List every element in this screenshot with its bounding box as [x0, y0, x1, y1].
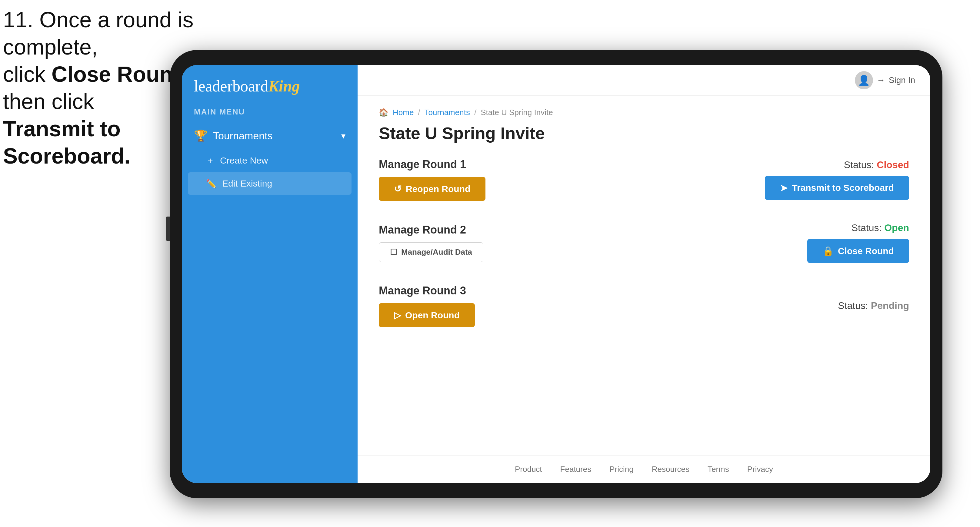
- footer: Product Features Pricing Resources Terms…: [358, 455, 930, 483]
- chevron-down-icon: ▾: [341, 131, 345, 141]
- instruction-line1: 11. Once a round is complete,: [3, 8, 193, 59]
- sidebar-item-edit-existing[interactable]: ✏️ Edit Existing: [188, 172, 352, 195]
- plus-icon: ＋: [206, 155, 215, 166]
- open-icon: ▷: [394, 310, 401, 321]
- sidebar-tournaments-label: Tournaments: [213, 130, 273, 142]
- instruction-line2: click Close Round then click: [3, 62, 186, 114]
- sign-in-text: Sign In: [889, 75, 915, 85]
- round-2-left: Manage Round 2 ☐ Manage/Audit Data: [379, 224, 483, 262]
- footer-resources[interactable]: Resources: [652, 465, 689, 474]
- round-2-status-value: Open: [884, 222, 909, 233]
- tablet-side-button: [166, 217, 170, 241]
- footer-terms[interactable]: Terms: [708, 465, 729, 474]
- breadcrumb-tournaments[interactable]: Tournaments: [425, 108, 470, 117]
- breadcrumb-sep1: /: [418, 108, 420, 117]
- page-title: State U Spring Invite: [379, 123, 909, 143]
- tablet-device: leaderboardKing MAIN MENU 🏆 Tournaments …: [170, 50, 942, 498]
- logo-leaderboard: leaderboard: [194, 78, 268, 95]
- round-1-title: Manage Round 1: [379, 158, 485, 171]
- round-1-right: Status: Closed ➤ Transmit to Scoreboard: [765, 159, 909, 200]
- round-3-right: Status: Pending: [838, 300, 909, 311]
- reopen-icon: ↺: [394, 184, 401, 194]
- round-2-title: Manage Round 2: [379, 224, 483, 236]
- close-round-button[interactable]: 🔒 Close Round: [807, 239, 909, 263]
- top-bar: 👤 → Sign In: [358, 65, 930, 96]
- sidebar: leaderboardKing MAIN MENU 🏆 Tournaments …: [182, 65, 358, 483]
- content-area: 🏠 Home / Tournaments / State U Spring In…: [358, 96, 930, 455]
- footer-pricing[interactable]: Pricing: [609, 465, 633, 474]
- manage-audit-label: Manage/Audit Data: [401, 248, 472, 257]
- sign-in-button[interactable]: 👤 → Sign In: [855, 71, 915, 89]
- round-1-section: Manage Round 1 ↺ Reopen Round Status: Cl…: [379, 158, 909, 210]
- round-1-status-value: Closed: [877, 159, 909, 170]
- tablet-screen: leaderboardKing MAIN MENU 🏆 Tournaments …: [182, 65, 930, 483]
- reopen-round-button[interactable]: ↺ Reopen Round: [379, 177, 485, 201]
- breadcrumb-sep2: /: [474, 108, 476, 117]
- breadcrumb-home[interactable]: Home: [393, 108, 414, 117]
- edit-existing-label: Edit Existing: [222, 178, 272, 189]
- audit-icon: ☐: [390, 248, 397, 257]
- transmit-scoreboard-button[interactable]: ➤ Transmit to Scoreboard: [765, 176, 909, 200]
- transmit-bold: Transmit to Scoreboard.: [3, 117, 130, 168]
- breadcrumb-icon: 🏠: [379, 108, 388, 117]
- edit-icon: ✏️: [206, 179, 217, 189]
- round-2-section: Manage Round 2 ☐ Manage/Audit Data Statu…: [379, 222, 909, 272]
- round-3-section: Manage Round 3 ▷ Open Round Status: Pend…: [379, 284, 909, 336]
- footer-privacy[interactable]: Privacy: [747, 465, 773, 474]
- open-round-button[interactable]: ▷ Open Round: [379, 303, 475, 327]
- sidebar-item-tournaments[interactable]: 🏆 Tournaments ▾: [182, 123, 358, 149]
- app-layout: leaderboardKing MAIN MENU 🏆 Tournaments …: [182, 65, 930, 483]
- close-round-label: Close Round: [838, 246, 894, 256]
- footer-product[interactable]: Product: [515, 465, 542, 474]
- main-content: 👤 → Sign In 🏠 Home / Tournaments / State: [358, 65, 930, 483]
- open-round-label: Open Round: [405, 310, 460, 321]
- round-3-left: Manage Round 3 ▷ Open Round: [379, 284, 475, 327]
- sidebar-item-create-new[interactable]: ＋ Create New: [182, 149, 358, 172]
- breadcrumb: 🏠 Home / Tournaments / State U Spring In…: [379, 108, 909, 117]
- round-1-status: Status: Closed: [844, 159, 909, 170]
- logo-king: King: [268, 78, 300, 95]
- sign-in-label: →: [877, 75, 885, 85]
- transmit-icon: ➤: [780, 183, 788, 193]
- breadcrumb-current: State U Spring Invite: [480, 108, 553, 117]
- trophy-icon: 🏆: [194, 129, 208, 142]
- round-2-status: Status: Open: [851, 222, 909, 233]
- lock-icon: 🔒: [822, 246, 834, 256]
- user-avatar: 👤: [855, 71, 873, 89]
- transmit-scoreboard-label: Transmit to Scoreboard: [792, 183, 894, 193]
- round-1-left: Manage Round 1 ↺ Reopen Round: [379, 158, 485, 201]
- footer-features[interactable]: Features: [560, 465, 592, 474]
- create-new-label: Create New: [220, 156, 268, 166]
- logo: leaderboardKing: [194, 77, 300, 95]
- round-3-status-value: Pending: [871, 300, 909, 311]
- round-2-right: Status: Open 🔒 Close Round: [807, 222, 909, 263]
- round-3-title: Manage Round 3: [379, 284, 475, 297]
- main-menu-label: MAIN MENU: [182, 104, 358, 123]
- round-3-status: Status: Pending: [838, 300, 909, 311]
- reopen-round-label: Reopen Round: [406, 184, 470, 194]
- sidebar-logo: leaderboardKing: [182, 65, 358, 104]
- manage-audit-button[interactable]: ☐ Manage/Audit Data: [379, 242, 483, 262]
- close-round-bold: Close Round: [51, 62, 186, 86]
